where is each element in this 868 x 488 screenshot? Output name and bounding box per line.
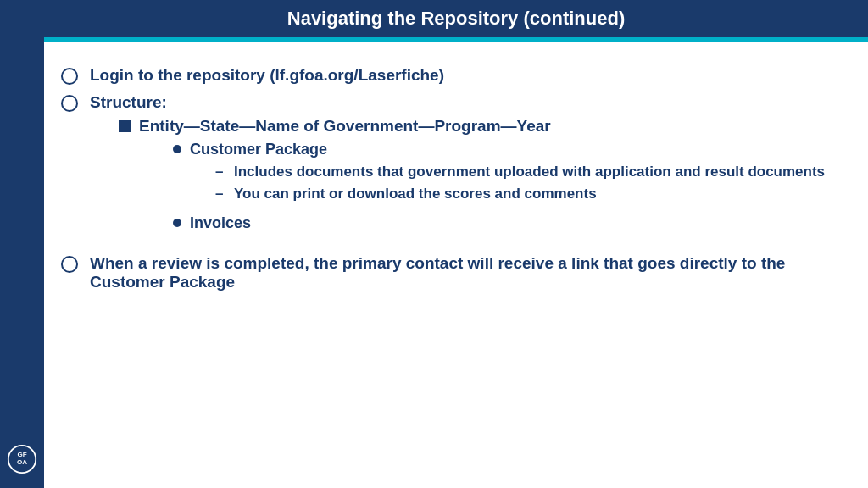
dash-bullet-includes: – xyxy=(215,164,229,180)
structure-container: Structure: Entity—State—Name of Governme… xyxy=(90,93,848,246)
list-item-customer-package: Customer Package – Includes documents th… xyxy=(173,141,848,208)
main-content: Login to the repository (lf.gfoa.org/Las… xyxy=(61,56,848,471)
square-bullet-entity xyxy=(119,120,131,132)
circle-bullet-review xyxy=(61,256,78,273)
structure-text: Structure: xyxy=(90,93,167,111)
invoices-text: Invoices xyxy=(190,214,848,232)
circle-bullet-login xyxy=(61,68,78,85)
main-bullet-list: Login to the repository (lf.gfoa.org/Las… xyxy=(61,66,848,291)
header-bar: Navigating the Repository (continued) xyxy=(44,0,868,37)
sidebar: GF OA xyxy=(0,0,44,488)
dash-list-customer: – Includes documents that government upl… xyxy=(190,164,848,202)
accent-line xyxy=(44,37,868,42)
dash-bullet-print: – xyxy=(215,186,229,202)
entity-text: Entity—State—Name of Government—Program—… xyxy=(139,117,551,135)
svg-text:GF: GF xyxy=(17,451,26,458)
print-text: You can print or download the scores and… xyxy=(234,186,848,202)
circle-bullet-structure xyxy=(61,95,78,112)
page-title: Navigating the Repository (continued) xyxy=(287,8,625,30)
login-text: Login to the repository (lf.gfoa.org/Las… xyxy=(90,66,848,85)
entity-container: Entity—State—Name of Government—Program—… xyxy=(139,117,848,239)
list-item-print: – You can print or download the scores a… xyxy=(215,186,848,202)
list-item-structure: Structure: Entity—State—Name of Governme… xyxy=(61,93,848,246)
dot-bullet-customer xyxy=(173,145,181,153)
list-item-includes: – Includes documents that government upl… xyxy=(215,164,848,180)
customer-package-container: Customer Package – Includes documents th… xyxy=(190,141,848,208)
gfoa-logo: GF OA xyxy=(7,444,37,474)
includes-text: Includes documents that government uploa… xyxy=(234,164,848,180)
review-text: When a review is completed, the primary … xyxy=(90,254,848,291)
dot-bullet-invoices xyxy=(173,219,181,227)
list-item-review: When a review is completed, the primary … xyxy=(61,254,848,291)
list-item-invoices: Invoices xyxy=(173,214,848,232)
svg-text:OA: OA xyxy=(17,458,27,466)
sub-list: Entity—State—Name of Government—Program—… xyxy=(90,117,848,239)
list-item-entity: Entity—State—Name of Government—Program—… xyxy=(119,117,848,239)
list-item-login: Login to the repository (lf.gfoa.org/Las… xyxy=(61,66,848,85)
customer-package-text: Customer Package xyxy=(190,141,327,158)
dot-list: Customer Package – Includes documents th… xyxy=(139,141,848,232)
